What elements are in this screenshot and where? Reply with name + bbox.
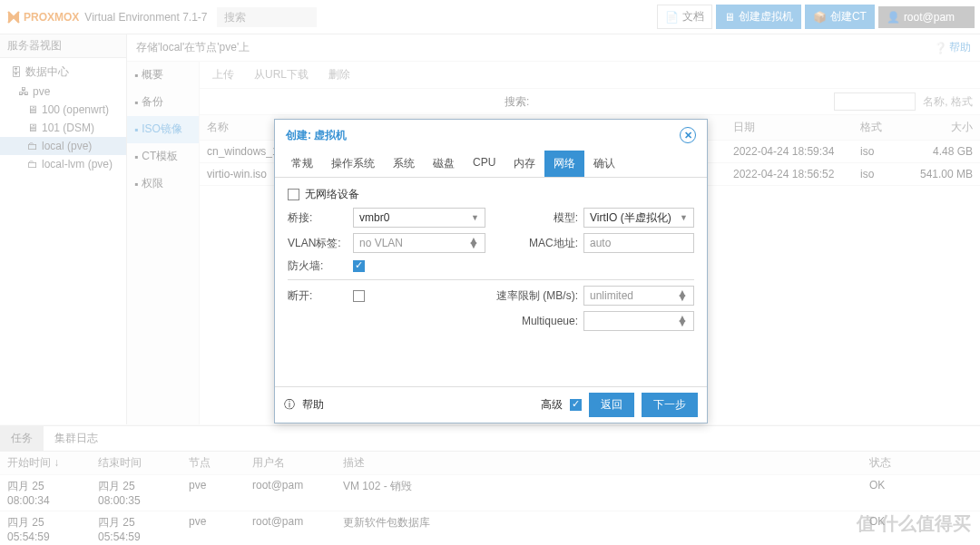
watermark: 值 什么值得买 bbox=[857, 511, 971, 536]
disconnect-checkbox[interactable] bbox=[353, 290, 365, 302]
chevron-down-icon: ▼ bbox=[680, 213, 688, 222]
rate-label: 速率限制 (MB/s): bbox=[496, 288, 583, 304]
advanced-label: 高级 bbox=[541, 397, 563, 413]
multiqueue-input[interactable]: ▲▼ bbox=[583, 311, 694, 331]
vlan-label: VLAN标签: bbox=[288, 236, 353, 251]
close-icon[interactable]: ✕ bbox=[680, 127, 696, 143]
back-button[interactable]: 返回 bbox=[589, 393, 634, 417]
wizard-tab-确认[interactable]: 确认 bbox=[584, 151, 624, 177]
model-select[interactable]: VirtIO (半虚拟化)▼ bbox=[583, 208, 694, 228]
mac-label: MAC地址: bbox=[496, 236, 583, 251]
multiqueue-label: Multiqueue: bbox=[496, 315, 583, 327]
mac-input[interactable]: auto bbox=[583, 233, 694, 253]
wizard-tab-常规[interactable]: 常规 bbox=[282, 151, 322, 177]
vlan-input[interactable]: no VLAN▲▼ bbox=[353, 233, 485, 253]
wizard-tab-操作系统[interactable]: 操作系统 bbox=[322, 151, 384, 177]
rate-input[interactable]: unlimited▲▼ bbox=[583, 286, 694, 306]
bridge-select[interactable]: vmbr0▼ bbox=[353, 208, 485, 228]
no-network-checkbox[interactable] bbox=[288, 189, 299, 200]
wizard-tab-CPU[interactable]: CPU bbox=[464, 151, 505, 177]
info-icon: ⓘ bbox=[284, 397, 295, 413]
wizard-tab-磁盘[interactable]: 磁盘 bbox=[424, 151, 464, 177]
wizard-tab-网络[interactable]: 网络 bbox=[544, 151, 584, 177]
firewall-label: 防火墙: bbox=[288, 258, 353, 274]
spinner-icon: ▲▼ bbox=[468, 238, 479, 248]
chevron-down-icon: ▼ bbox=[471, 213, 479, 222]
model-label: 模型: bbox=[496, 210, 583, 226]
dialog-help-button[interactable]: 帮助 bbox=[302, 397, 324, 413]
spinner-icon: ▲▼ bbox=[677, 316, 688, 326]
bridge-label: 桥接: bbox=[288, 210, 353, 226]
disconnect-label: 断开: bbox=[288, 288, 353, 304]
dialog-title: 创建: 虚拟机 bbox=[286, 128, 347, 143]
no-network-label: 无网络设备 bbox=[305, 187, 359, 202]
firewall-checkbox[interactable] bbox=[353, 260, 365, 272]
next-button[interactable]: 下一步 bbox=[642, 393, 698, 417]
create-vm-dialog: 创建: 虚拟机 ✕ 常规操作系统系统磁盘CPU内存网络确认 无网络设备 桥接: … bbox=[274, 119, 708, 423]
wizard-tab-系统[interactable]: 系统 bbox=[384, 151, 424, 177]
advanced-checkbox[interactable] bbox=[570, 399, 582, 411]
spinner-icon: ▲▼ bbox=[677, 291, 688, 300]
wizard-tab-内存[interactable]: 内存 bbox=[505, 151, 544, 177]
